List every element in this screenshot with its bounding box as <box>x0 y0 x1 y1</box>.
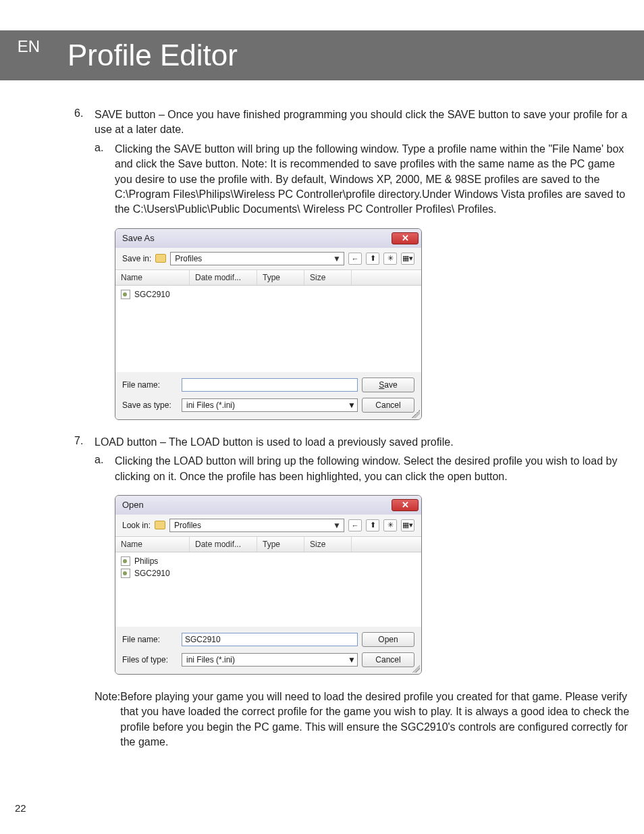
cancel-button[interactable]: Cancel <box>362 652 414 667</box>
filename-input[interactable] <box>182 378 358 392</box>
step-number: 7. <box>74 435 95 450</box>
file-list[interactable]: Philips SGC2910 <box>115 552 421 627</box>
filetype-label: Files of type: <box>122 655 178 664</box>
back-icon[interactable]: ← <box>348 519 362 531</box>
folder-icon <box>155 521 165 529</box>
save-as-dialog: Save As ✕ Save in: Profiles ▼ ← ⬆ ✳ ▦▾ <box>115 228 422 420</box>
step-6: 6. SAVE button – Once you have finished … <box>74 107 630 420</box>
view-menu-icon[interactable]: ▦▾ <box>401 253 414 265</box>
close-button[interactable]: ✕ <box>392 499 419 511</box>
file-name-cell: SGC2910 <box>134 569 170 578</box>
dialog-title: Open <box>122 500 144 510</box>
ini-file-icon <box>121 556 130 566</box>
close-button[interactable]: ✕ <box>392 232 419 244</box>
dialog-titlebar: Open ✕ <box>115 496 421 515</box>
page-title: Profile Editor <box>68 38 238 72</box>
open-button[interactable]: Open <box>362 632 414 647</box>
filetype-combo[interactable]: ini Files (*.ini) ▼ <box>182 653 358 667</box>
substep-text: Clicking the SAVE button will bring up t… <box>115 142 630 217</box>
filename-label: File name: <box>122 635 178 644</box>
chevron-down-icon: ▼ <box>331 254 342 263</box>
col-name[interactable]: Name <box>115 537 190 552</box>
new-folder-icon[interactable]: ✳ <box>383 519 397 531</box>
ini-file-icon <box>121 569 130 578</box>
list-header: Name Date modif... Type Size <box>115 270 421 286</box>
back-icon[interactable]: ← <box>348 253 362 265</box>
note-text: Before playing your game you will need t… <box>120 689 630 750</box>
folder-icon <box>155 254 166 263</box>
dialog-nav-row: Look in: Profiles ▼ ← ⬆ ✳ ▦▾ <box>115 515 421 537</box>
dialog-bottom: File name: Save Save as type: ini Files … <box>115 372 421 419</box>
location-combo[interactable]: Profiles ▼ <box>169 519 344 532</box>
col-type[interactable]: Type <box>257 270 304 285</box>
note-block: Note: Before playing your game you will … <box>95 689 630 750</box>
step-text: LOAD button – The LOAD button is used to… <box>95 435 454 450</box>
save-button[interactable]: Save <box>362 377 414 392</box>
file-row[interactable]: SGC2910 <box>115 288 421 301</box>
col-type[interactable]: Type <box>257 537 304 552</box>
up-folder-icon[interactable]: ⬆ <box>366 519 379 531</box>
chevron-down-icon: ▼ <box>331 521 342 530</box>
view-menu-icon[interactable]: ▦▾ <box>401 519 414 531</box>
filetype-value: ini Files (*.ini) <box>186 655 235 664</box>
col-size[interactable]: Size <box>304 270 352 285</box>
location-value: Profiles <box>175 254 331 263</box>
up-folder-icon[interactable]: ⬆ <box>366 253 379 265</box>
location-combo[interactable]: Profiles ▼ <box>170 252 344 265</box>
filetype-combo[interactable]: ini Files (*.ini) ▼ <box>182 398 358 412</box>
step-7: 7. LOAD button – The LOAD button is used… <box>74 435 630 750</box>
col-size[interactable]: Size <box>304 537 352 552</box>
dialog-nav-row: Save in: Profiles ▼ ← ⬆ ✳ ▦▾ <box>115 248 421 270</box>
page-number: 22 <box>15 802 26 814</box>
step-text: SAVE button – Once you have finished pro… <box>95 107 630 138</box>
language-tab: EN <box>0 30 57 56</box>
location-label: Look in: <box>122 521 151 530</box>
filetype-value: ini Files (*.ini) <box>186 400 235 410</box>
dialog-title: Save As <box>122 233 155 243</box>
open-dialog: Open ✕ Look in: Profiles ▼ ← ⬆ ✳ ▦▾ <box>115 495 422 675</box>
chevron-down-icon: ▼ <box>348 400 356 410</box>
cancel-button[interactable]: Cancel <box>362 398 414 413</box>
dialog-bottom: File name: SGC2910 Open Files of type: i… <box>115 627 421 674</box>
file-name-cell: Philips <box>134 556 158 566</box>
substep-text: Clicking the LOAD button will bring up t… <box>115 454 630 484</box>
header-band: EN Profile Editor <box>0 30 644 80</box>
location-label: Save in: <box>122 254 151 263</box>
note-label: Note: <box>95 689 120 750</box>
substep-label: a. <box>95 454 115 484</box>
filename-input[interactable]: SGC2910 <box>182 633 358 646</box>
content-area: 6. SAVE button – Once you have finished … <box>0 80 644 750</box>
col-name[interactable]: Name <box>115 270 190 285</box>
file-row[interactable]: Philips <box>115 555 421 567</box>
resize-grip-icon[interactable] <box>412 664 420 673</box>
file-row[interactable]: SGC2910 <box>115 567 421 579</box>
col-date[interactable]: Date modif... <box>190 270 257 285</box>
list-header: Name Date modif... Type Size <box>115 537 421 552</box>
filetype-label: Save as type: <box>122 400 178 410</box>
chevron-down-icon: ▼ <box>348 655 356 664</box>
filename-label: File name: <box>122 380 178 390</box>
ini-file-icon <box>121 290 130 299</box>
step-number: 6. <box>74 107 95 138</box>
location-value: Profiles <box>174 521 331 530</box>
new-folder-icon[interactable]: ✳ <box>383 253 397 265</box>
file-name-cell: SGC2910 <box>134 290 170 299</box>
dialog-titlebar: Save As ✕ <box>115 229 421 248</box>
substep-label: a. <box>95 142 115 217</box>
resize-grip-icon[interactable] <box>412 410 420 418</box>
col-date[interactable]: Date modif... <box>190 537 257 552</box>
file-list[interactable]: SGC2910 <box>115 286 421 372</box>
